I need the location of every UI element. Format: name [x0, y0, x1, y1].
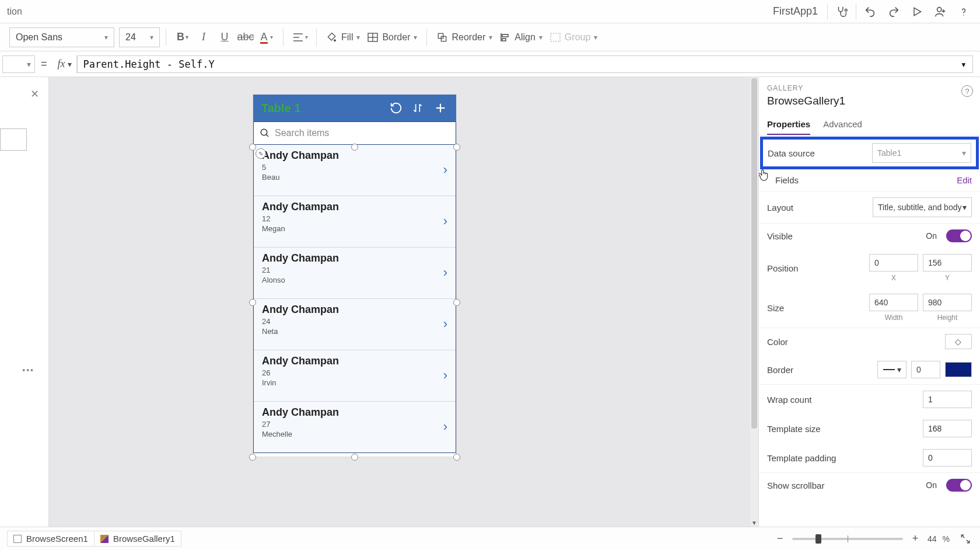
zoom-in-button[interactable]: +: [909, 532, 922, 545]
resize-handle[interactable]: [249, 299, 256, 306]
italic-button[interactable]: I: [193, 27, 214, 48]
chevron-right-icon[interactable]: ›: [443, 419, 447, 434]
template-padding-input[interactable]: 0: [923, 449, 972, 467]
fx-indicator[interactable]: fx ▾: [53, 55, 77, 73]
item-subtitle: 5: [262, 163, 447, 172]
item-title: Andy Champan: [262, 201, 447, 213]
layout-select[interactable]: Title, subtitle, and body ▾: [873, 197, 972, 217]
close-icon[interactable]: ✕: [30, 88, 39, 100]
border-style-select[interactable]: ▾: [877, 361, 907, 378]
app-name: FirstApp1: [773, 5, 818, 18]
chevron-down-icon: ▾: [963, 203, 967, 212]
scrollbar-thumb[interactable]: [751, 78, 757, 429]
undo-icon[interactable]: [859, 0, 882, 23]
list-item[interactable]: Andy Champan 5 Beau ›: [254, 145, 456, 196]
breadcrumb-screen[interactable]: BrowseScreen1: [7, 531, 94, 546]
visible-toggle[interactable]: [946, 229, 972, 242]
resize-handle[interactable]: [453, 299, 460, 306]
fill-button[interactable]: Fill ▾: [323, 27, 363, 48]
resize-handle[interactable]: [453, 144, 460, 151]
breadcrumb-gallery[interactable]: BrowseGallery1: [94, 531, 181, 546]
zoom-slider[interactable]: [792, 538, 903, 540]
resize-handle[interactable]: [351, 454, 358, 461]
sort-icon[interactable]: [412, 102, 428, 114]
border-width-input[interactable]: 0: [911, 361, 940, 378]
chevron-right-icon[interactable]: ›: [443, 316, 447, 332]
chevron-right-icon[interactable]: ›: [443, 368, 447, 383]
data-source-select[interactable]: Table1 ▾: [872, 143, 971, 163]
panel-help-icon[interactable]: ?: [961, 85, 973, 97]
border-color-swatch[interactable]: [945, 362, 972, 377]
property-select[interactable]: ▾: [2, 55, 35, 73]
refresh-icon[interactable]: [390, 102, 406, 114]
font-color-button[interactable]: A ▾: [256, 27, 277, 48]
position-y-input[interactable]: 156: [923, 254, 972, 271]
size-height-input[interactable]: 980: [923, 294, 972, 311]
fullscreen-icon[interactable]: [958, 531, 973, 546]
add-icon[interactable]: [434, 102, 450, 114]
canvas[interactable]: ▲ ▼ Table 1: [49, 77, 758, 527]
font-size-select[interactable]: 24 ▾: [119, 27, 160, 47]
svg-rect-13: [502, 34, 508, 37]
template-size-row: Template size 168: [759, 414, 980, 443]
tree-thumbnail[interactable]: [0, 128, 27, 151]
border-label: Border: [767, 365, 873, 375]
formula-bar: ▾ = fx ▾ Parent.Height - Self.Y ▾: [0, 51, 980, 77]
list-item[interactable]: Andy Champan 21 Alonso ›: [254, 248, 456, 299]
canvas-scrollbar[interactable]: ▲ ▼: [750, 77, 758, 527]
template-padding-label: Template padding: [767, 453, 918, 463]
list-item[interactable]: Andy Champan 24 Neta ›: [254, 299, 456, 350]
align-button[interactable]: Align ▾: [496, 27, 546, 48]
zoom-slider-knob[interactable]: [816, 534, 821, 544]
chevron-right-icon[interactable]: ›: [443, 214, 447, 229]
chevron-right-icon[interactable]: ›: [443, 265, 447, 280]
strikethrough-button[interactable]: abc: [235, 27, 256, 48]
bold-button[interactable]: B▾: [172, 27, 193, 48]
search-box[interactable]: Search items: [253, 121, 456, 145]
chevron-down-icon: ▾: [897, 365, 901, 374]
svg-rect-15: [551, 33, 560, 41]
position-x-input[interactable]: 0: [869, 254, 918, 271]
gallery-icon: [100, 535, 108, 543]
stethoscope-icon[interactable]: [830, 0, 853, 23]
resize-handle[interactable]: [351, 144, 358, 151]
redo-icon[interactable]: [882, 0, 905, 23]
template-size-input[interactable]: 168: [923, 420, 972, 437]
font-select[interactable]: Open Sans ▾: [9, 27, 114, 47]
resize-handle[interactable]: [453, 454, 460, 461]
more-icon[interactable]: •••: [22, 365, 34, 375]
chevron-down-icon: ▾: [68, 60, 72, 69]
color-picker[interactable]: ◇: [945, 334, 972, 349]
play-icon[interactable]: [905, 0, 929, 23]
edit-pencil-icon[interactable]: ✎: [256, 148, 266, 159]
item-body: Megan: [262, 224, 447, 233]
tab-advanced[interactable]: Advanced: [823, 114, 862, 135]
visible-row: Visible On: [759, 224, 980, 248]
size-row: Size 640 Width 980 Height: [759, 288, 980, 328]
show-scrollbar-toggle[interactable]: [946, 479, 972, 492]
align-label: Align: [514, 32, 536, 43]
list-item[interactable]: Andy Champan 12 Megan ›: [254, 196, 456, 248]
text-align-button[interactable]: ▾: [289, 27, 310, 48]
underline-button[interactable]: U: [214, 27, 235, 48]
scroll-down-icon[interactable]: ▼: [750, 518, 758, 527]
reorder-button[interactable]: Reorder ▾: [433, 27, 496, 48]
border-button[interactable]: Border ▾: [363, 27, 421, 48]
browse-gallery[interactable]: Andy Champan 5 Beau › Andy Champan 12 Me…: [253, 145, 456, 453]
list-item[interactable]: Andy Champan 27 Mechelle ›: [254, 402, 456, 448]
share-icon[interactable]: [929, 0, 952, 23]
group-label: Group: [565, 32, 590, 43]
fields-edit-link[interactable]: Edit: [957, 175, 972, 185]
formula-input[interactable]: Parent.Height - Self.Y ▾: [77, 55, 973, 73]
chevron-right-icon[interactable]: ›: [443, 162, 447, 177]
tab-properties[interactable]: Properties: [767, 114, 810, 135]
wrap-count-input[interactable]: 1: [923, 391, 972, 408]
list-item[interactable]: Andy Champan 26 Irvin ›: [254, 350, 456, 402]
resize-handle[interactable]: [249, 144, 256, 151]
help-icon[interactable]: [952, 0, 975, 23]
resize-handle[interactable]: [249, 454, 256, 461]
item-title: Andy Champan: [262, 149, 447, 162]
group-button[interactable]: Group ▾: [546, 27, 601, 48]
size-width-input[interactable]: 640: [869, 294, 918, 311]
zoom-out-button[interactable]: −: [774, 532, 786, 545]
